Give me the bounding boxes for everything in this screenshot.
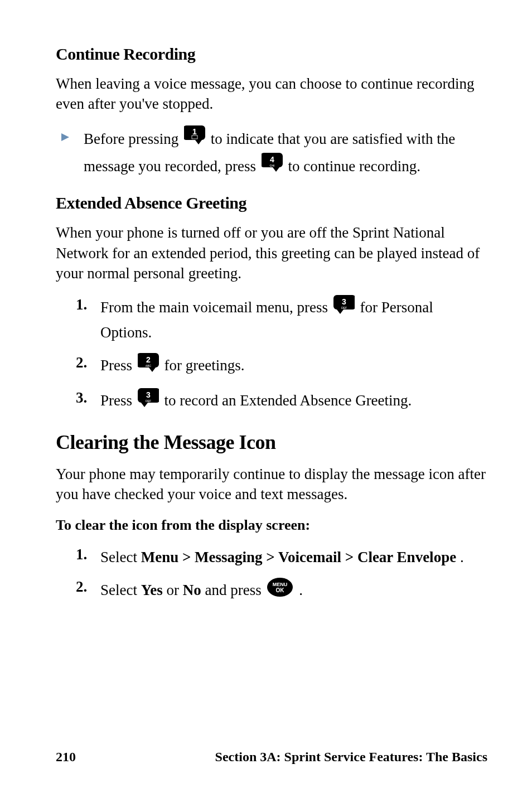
list-item: 2. Press 2 ABC for greetings. (76, 354, 487, 380)
yes-bold: Yes (141, 582, 163, 598)
clear-icon-subhead: To clear the icon from the display scree… (56, 517, 487, 534)
clearing-message-icon-heading: Clearing the Message Icon (56, 431, 487, 454)
svg-text:DEF: DEF (146, 399, 151, 403)
step-content: Select Menu > Messaging > Voicemail > Cl… (100, 546, 487, 569)
key-2-icon: 2 ABC (138, 353, 159, 379)
step-text-post: to record an Extended Absence Greeting. (165, 392, 412, 409)
extended-absence-steps: 1. From the main voicemail menu, press 3… (56, 296, 487, 415)
continue-recording-bullet: Before pressing 1 to indicate that you a… (56, 127, 487, 181)
svg-marker-0 (61, 133, 69, 141)
key-1-icon: 1 (184, 125, 205, 153)
key-3-icon: 3 DEF (333, 295, 355, 321)
clearing-message-icon-para: Your phone may temporarily continue to d… (56, 464, 487, 505)
menu-ok-icon: MENU OK (267, 577, 293, 604)
svg-text:DEF: DEF (341, 306, 347, 309)
key-3-icon: 3 DEF (138, 388, 159, 414)
clear-icon-steps: 1. Select Menu > Messaging > Voicemail >… (56, 546, 487, 605)
step-text-final: . (299, 582, 303, 598)
bullet-triangle-icon (61, 133, 69, 143)
svg-text:4: 4 (270, 155, 274, 164)
menu-path-bold: Menu > Messaging > Voicemail > Clear Env… (141, 549, 456, 565)
key-4-icon: 4 GHI (262, 153, 283, 180)
step-text-post: . (460, 549, 464, 565)
page-number: 210 (56, 749, 76, 765)
step-text-pre: Select (100, 582, 141, 598)
svg-text:3: 3 (342, 297, 346, 306)
step-text-pre: From the main voicemail menu, press (100, 299, 332, 316)
extended-absence-para: When your phone is turned off or you are… (56, 223, 487, 283)
step-text-pre: Press (100, 357, 136, 374)
step-content: From the main voicemail menu, press 3 DE… (100, 296, 487, 344)
section-label: Section 3A: Sprint Service Features: The… (215, 749, 487, 765)
svg-text:MENU: MENU (273, 582, 288, 587)
continue-recording-para: When leaving a voice message, you can ch… (56, 74, 487, 114)
list-item: 1. From the main voicemail menu, press 3… (76, 296, 487, 344)
step-number: 2. (76, 578, 100, 596)
step-number: 1. (76, 296, 100, 313)
list-item: 3. Press 3 DEF to record an Extended Abs… (76, 389, 487, 415)
page-footer: 210 Section 3A: Sprint Service Features:… (56, 749, 487, 765)
extended-absence-heading: Extended Absence Greeting (56, 194, 487, 212)
step-text-post: for greetings. (165, 357, 245, 374)
list-item: 1. Select Menu > Messaging > Voicemail >… (76, 546, 487, 569)
svg-text:1: 1 (192, 127, 197, 136)
step-text-pre: Press (100, 392, 136, 409)
step-content: Press 2 ABC for greetings. (100, 354, 487, 380)
svg-text:3: 3 (146, 390, 151, 399)
step-text-pre: Select (100, 549, 141, 565)
continue-recording-heading: Continue Recording (56, 45, 487, 64)
bullet-text-pre: Before pressing (84, 130, 182, 147)
svg-text:GHI: GHI (269, 164, 274, 167)
step-number: 3. (76, 389, 100, 407)
step-number: 1. (76, 546, 100, 563)
bullet-text-post: to continue recording. (288, 158, 420, 175)
no-bold: No (183, 582, 201, 598)
step-text-post: and press (205, 582, 265, 598)
step-number: 2. (76, 354, 100, 371)
bullet-text: Before pressing 1 to indicate that you a… (84, 127, 487, 181)
svg-text:OK: OK (276, 587, 285, 593)
svg-text:ABC: ABC (146, 364, 152, 367)
step-content: Press 3 DEF to record an Extended Absenc… (100, 389, 487, 415)
list-item: 2. Select Yes or No and press MENU OK . (76, 578, 487, 605)
svg-text:2: 2 (146, 355, 151, 364)
step-content: Select Yes or No and press MENU OK . (100, 578, 487, 605)
step-text-mid: or (166, 582, 182, 598)
